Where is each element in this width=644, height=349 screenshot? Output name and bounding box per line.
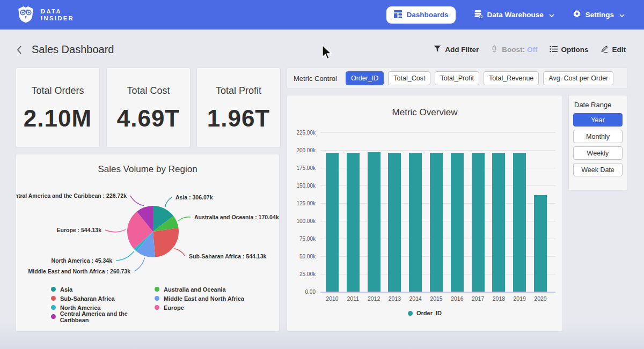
legend-dot bbox=[51, 305, 56, 310]
app-logo[interactable]: DATA INSIDER bbox=[16, 4, 74, 26]
metric-option-total-profit[interactable]: Total_Profit bbox=[435, 71, 479, 85]
legend-dot bbox=[155, 296, 159, 301]
metric-overview-chart-card: Metric Overview 225.00k200.00k175.00k150… bbox=[287, 95, 562, 331]
bar-2012[interactable] bbox=[368, 152, 380, 292]
settings-menu[interactable]: Settings bbox=[573, 10, 625, 20]
bar-2017[interactable] bbox=[472, 153, 485, 292]
gridline bbox=[320, 292, 555, 293]
legend-item-asia[interactable]: Asia bbox=[51, 285, 155, 294]
metric-control-buttons: Order_IDTotal_CostTotal_ProfitTotal_Reve… bbox=[346, 71, 613, 85]
pie-label-north-america: North America : 45.34k bbox=[52, 257, 113, 264]
database-icon bbox=[474, 10, 482, 20]
metric-control-bar: Metric Control Order_IDTotal_CostTotal_P… bbox=[287, 68, 627, 88]
data-warehouse-label: Data Warehouse bbox=[487, 11, 543, 19]
pie-label-middle-east-and-north-africa: Middle East and North Africa : 260.73k bbox=[28, 268, 131, 274]
y-axis-tick: 225.00k bbox=[290, 130, 316, 136]
pie-label-connector bbox=[165, 197, 172, 207]
list-options-icon bbox=[550, 46, 558, 54]
kpi-label: Total Cost bbox=[107, 85, 190, 96]
legend-label: Europe bbox=[164, 305, 184, 311]
kpi-card-total-orders: Total Orders 2.10M bbox=[16, 68, 99, 147]
bar-2016[interactable] bbox=[451, 153, 464, 292]
legend-dot bbox=[51, 296, 56, 301]
bar-2010[interactable] bbox=[326, 153, 339, 292]
y-axis-tick: 75.00k bbox=[290, 236, 316, 242]
gridline bbox=[320, 132, 555, 133]
bar-2020[interactable] bbox=[534, 195, 547, 292]
legend-label: Middle East and North Africa bbox=[164, 295, 244, 302]
options-label: Options bbox=[561, 46, 589, 54]
y-axis-tick: 125.00k bbox=[290, 201, 316, 206]
legend-item-central-america-and-the-caribbean[interactable]: Central America and the Caribbean bbox=[51, 312, 155, 321]
metric-option-total-revenue[interactable]: Total_Revenue bbox=[484, 71, 539, 85]
date-range-label: Date Range bbox=[574, 101, 623, 109]
date-range-option-monthly[interactable]: Monthly bbox=[573, 130, 623, 143]
x-axis-tick: 2020 bbox=[530, 295, 551, 302]
pencil-icon bbox=[601, 45, 609, 55]
pie-label-connector bbox=[134, 258, 145, 271]
settings-label: Settings bbox=[586, 11, 614, 19]
bar-chart-plot: 225.00k200.00k175.00k150.00k125.00k100.0… bbox=[287, 95, 562, 331]
gear-icon bbox=[573, 10, 581, 20]
legend-label: Asia bbox=[60, 286, 72, 293]
x-axis-tick: 2014 bbox=[405, 295, 426, 302]
bar-2014[interactable] bbox=[409, 153, 422, 292]
date-range-option-year[interactable]: Year bbox=[573, 113, 623, 127]
top-navbar: DATA INSIDER Dashboards bbox=[0, 0, 644, 29]
legend-item-australia-and-oceania[interactable]: Australia and Oceania bbox=[155, 285, 244, 294]
metric-option-total-cost[interactable]: Total_Cost bbox=[388, 71, 430, 85]
x-axis-tick: 2010 bbox=[321, 295, 343, 302]
metric-option-order-id[interactable]: Order_ID bbox=[346, 71, 384, 85]
legend-item-middle-east-and-north-africa[interactable]: Middle East and North Africa bbox=[155, 294, 244, 303]
date-range-panel: Date Range YearMonthlyWeeklyWeek Date bbox=[569, 95, 627, 190]
metric-option-avg-cost-per-order[interactable]: Avg. Cost per Order bbox=[543, 71, 613, 85]
x-axis-tick: 2019 bbox=[509, 295, 530, 302]
y-axis-tick: 175.00k bbox=[290, 165, 316, 171]
bar-2013[interactable] bbox=[388, 153, 401, 292]
x-axis-tick: 2018 bbox=[488, 295, 509, 302]
bar-chart-legend[interactable]: Order_ID bbox=[287, 310, 562, 316]
pie-chart: Asia : 306.07kAustralia and Oceania : 17… bbox=[16, 170, 279, 284]
y-axis-tick: 100.00k bbox=[290, 218, 316, 224]
x-axis-tick: 2017 bbox=[467, 295, 489, 302]
legend-dot bbox=[51, 287, 56, 292]
pie-label-australia-and-oceania: Australia and Oceania : 170.04k bbox=[194, 214, 279, 220]
dashboards-button[interactable]: Dashboards bbox=[386, 6, 456, 24]
page-header: Sales Dashboard Add Filter Boost: Off bbox=[0, 38, 644, 62]
page-title: Sales Dashboard bbox=[32, 43, 114, 56]
bar-2018[interactable] bbox=[492, 153, 505, 292]
legend-item-europe[interactable]: Europe bbox=[155, 303, 244, 312]
edit-button[interactable]: Edit bbox=[601, 45, 626, 55]
edit-label: Edit bbox=[612, 46, 626, 54]
owl-logo-icon bbox=[16, 4, 35, 26]
back-button[interactable] bbox=[15, 45, 24, 55]
kpi-label: Total Orders bbox=[16, 85, 99, 96]
kpi-value: 1.96T bbox=[197, 105, 280, 132]
bar-2015[interactable] bbox=[430, 153, 443, 292]
add-filter-button[interactable]: Add Filter bbox=[434, 45, 479, 54]
boost-toggle[interactable]: Boost: Off bbox=[491, 45, 537, 55]
data-warehouse-menu[interactable]: Data Warehouse bbox=[474, 10, 554, 20]
boost-label: Boost: bbox=[502, 46, 525, 54]
bar-2019[interactable] bbox=[513, 153, 526, 292]
bar-2011[interactable] bbox=[347, 153, 360, 292]
date-range-buttons: YearMonthlyWeeklyWeek Date bbox=[573, 113, 623, 176]
header-toolbar: Add Filter Boost: Off bbox=[434, 45, 626, 55]
gridline bbox=[320, 150, 555, 151]
date-range-option-week-date[interactable]: Week Date bbox=[573, 163, 623, 176]
legend-item-sub-saharan-africa[interactable]: Sub-Saharan Africa bbox=[51, 294, 155, 303]
pie-label-connector bbox=[178, 217, 191, 221]
legend-dot bbox=[155, 287, 159, 292]
legend-dot bbox=[408, 311, 413, 316]
legend-label: Australia and Oceania bbox=[164, 286, 226, 293]
pie-slice-sub-saharan-africa[interactable] bbox=[153, 228, 179, 257]
date-range-option-weekly[interactable]: Weekly bbox=[573, 146, 623, 160]
options-button[interactable]: Options bbox=[550, 46, 589, 54]
pie-label-sub-saharan-africa: Sub-Saharan Africa : 544.13k bbox=[189, 253, 266, 259]
x-axis-tick: 2015 bbox=[426, 295, 447, 302]
kpi-card-total-profit: Total Profit 1.96T bbox=[197, 68, 280, 147]
rocket-icon bbox=[491, 45, 498, 55]
filter-funnel-icon bbox=[434, 45, 441, 54]
pie-label-connector bbox=[174, 249, 185, 256]
y-axis-tick: 200.00k bbox=[290, 147, 316, 153]
